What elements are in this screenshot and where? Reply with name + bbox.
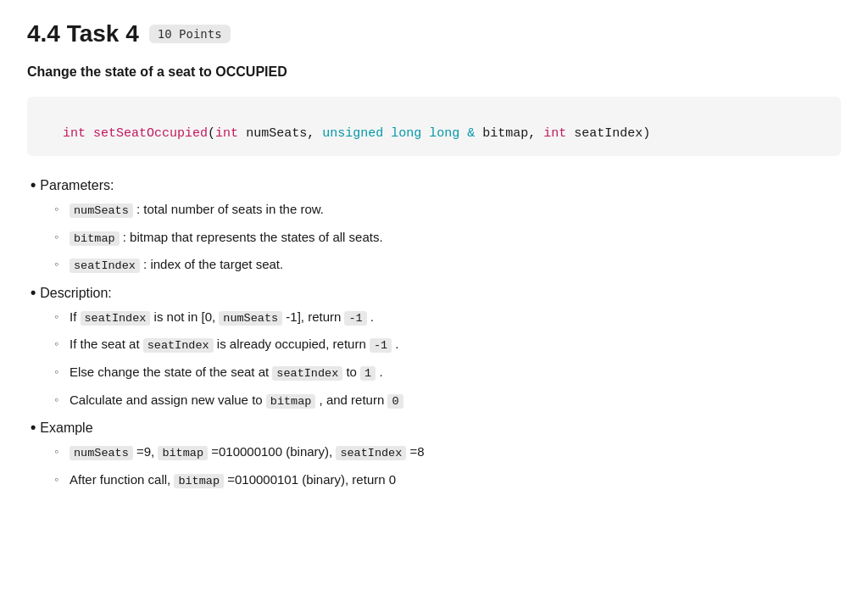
param3-name: seatIndex xyxy=(574,126,643,141)
return-type-keyword: int xyxy=(63,126,86,141)
desc3-seatIndex: seatIndex xyxy=(272,366,342,381)
ex2-text2: =010000101 (binary), return 0 xyxy=(224,472,396,487)
code-signature-box: int setSeatOccupied(int numSeats, unsign… xyxy=(27,97,841,156)
desc1-text1: is not in [0, xyxy=(150,309,219,324)
points-badge: 10 Points xyxy=(149,25,231,43)
param-numSeats-desc: : total number of seats in the row. xyxy=(136,202,324,216)
function-name: setSeatOccupied xyxy=(93,126,208,141)
ex2-bitmap-name: bitmap xyxy=(174,474,224,488)
parameters-section: Parameters: numSeats : total number of s… xyxy=(27,176,841,276)
param-seatIndex-name: seatIndex xyxy=(70,259,140,273)
desc2-text2: is already occupied, return xyxy=(214,337,370,351)
main-list: Parameters: numSeats : total number of s… xyxy=(27,176,841,490)
param-seatIndex: seatIndex : index of the target seat. xyxy=(54,254,841,276)
desc4-bitmap: bitmap xyxy=(266,394,316,409)
desc3-val: 1 xyxy=(360,366,376,381)
param-bitmap-name: bitmap xyxy=(70,231,120,246)
param-bitmap: bitmap : bitmap that represents the stat… xyxy=(54,227,841,248)
ex1-bitmap-name: bitmap xyxy=(158,446,208,460)
param1-name: numSeats xyxy=(246,126,307,141)
desc1-seatIndex: seatIndex xyxy=(81,311,151,326)
param-seatIndex-desc: : index of the target seat. xyxy=(143,257,283,271)
example-section: Example numSeats =9, bitmap =010000100 (… xyxy=(27,419,841,490)
desc4-text1: Calculate and assign new value to xyxy=(70,393,266,407)
param-numSeats-name: numSeats xyxy=(70,203,133,218)
param3-type: int xyxy=(543,126,566,141)
ex1-bitmap-val: =010000100 (binary), xyxy=(208,444,336,459)
desc3-text1: Else change the state of the seat at xyxy=(70,365,272,379)
desc1-text2: -1], return xyxy=(282,309,344,324)
desc2-seatIndex: seatIndex xyxy=(143,338,214,353)
desc-item-4: Calculate and assign new value to bitmap… xyxy=(54,390,841,411)
example-item-2: After function call, bitmap =010000101 (… xyxy=(54,470,841,491)
param-numSeats: numSeats : total number of seats in the … xyxy=(54,199,841,220)
param2-name: bitmap xyxy=(482,126,528,141)
ex1-seatIndex-val: =8 xyxy=(406,444,424,459)
ex2-text1: After function call, xyxy=(70,472,174,487)
parameters-label: Parameters: xyxy=(40,178,114,192)
desc1-period: . xyxy=(367,309,374,324)
desc2-return: -1 xyxy=(370,338,392,353)
parameters-list: numSeats : total number of seats in the … xyxy=(54,199,841,276)
desc-item-2: If the seat at seatIndex is already occu… xyxy=(54,334,841,355)
desc1-numSeats: numSeats xyxy=(219,311,282,326)
desc1-if: If xyxy=(70,309,81,324)
desc3-period: . xyxy=(376,365,382,379)
param2-type: unsigned long long & xyxy=(322,126,475,141)
desc2-text1: If the seat at xyxy=(70,337,143,351)
ex1-seatIndex-name: seatIndex xyxy=(336,446,406,460)
desc-item-1: If seatIndex is not in [0, numSeats -1],… xyxy=(54,307,841,328)
page-title: 4.4 Task 4 10 Points xyxy=(27,20,841,47)
desc2-period: . xyxy=(392,337,398,351)
ex1-numSeats-val: =9, xyxy=(133,444,159,459)
description-section: Description: If seatIndex is not in [0, … xyxy=(27,284,841,410)
desc3-text2: to xyxy=(342,365,360,379)
task-subtitle: Change the state of a seat to OCCUPIED xyxy=(27,64,841,80)
desc4-return: 0 xyxy=(387,394,403,409)
example-item-1: numSeats =9, bitmap =010000100 (binary),… xyxy=(54,442,841,463)
desc4-text2: , and return xyxy=(315,393,387,407)
example-list: numSeats =9, bitmap =010000100 (binary),… xyxy=(54,442,841,490)
description-list: If seatIndex is not in [0, numSeats -1],… xyxy=(54,307,841,410)
ex1-numSeats-name: numSeats xyxy=(70,446,133,460)
desc1-return: -1 xyxy=(344,311,366,326)
desc-item-3: Else change the state of the seat at sea… xyxy=(54,362,841,383)
description-label: Description: xyxy=(40,286,111,300)
param-bitmap-desc: : bitmap that represents the states of a… xyxy=(123,230,383,244)
param1-type: int xyxy=(215,126,238,141)
title-text: 4.4 Task 4 xyxy=(27,20,139,47)
example-label: Example xyxy=(40,420,92,435)
